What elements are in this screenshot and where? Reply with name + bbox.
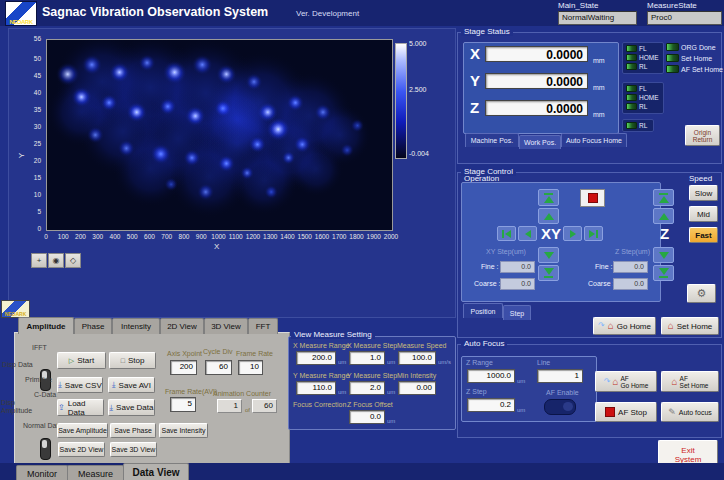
- auto-focus-button[interactable]: ✎ Auto focus: [661, 402, 719, 422]
- tab-fft[interactable]: FFT: [248, 318, 278, 334]
- axis-x-unit: mm: [593, 57, 605, 64]
- measure-state-caption: MeasureState: [647, 1, 697, 10]
- frame-rate-field[interactable]: 10: [238, 360, 263, 375]
- stage-settings-button[interactable]: ⚙: [687, 284, 716, 303]
- x-tick-label: 1400: [280, 233, 294, 240]
- tab-position[interactable]: Position: [463, 303, 503, 318]
- tab-machine-pos[interactable]: Machine Pos.: [465, 133, 519, 147]
- set-home-button[interactable]: ⌂ Set Home: [661, 317, 719, 335]
- tab-auto-focus-home[interactable]: Auto Focus Home: [561, 133, 627, 147]
- save-data-icon: ⤓: [110, 403, 114, 413]
- save-data-button[interactable]: ⤓Save Data: [108, 399, 155, 416]
- save-3d-view-button[interactable]: Save 3D View: [110, 442, 157, 457]
- x-tick-label: 300: [92, 233, 103, 240]
- af-set-home-button[interactable]: ⌂ AF Set Home: [661, 371, 719, 392]
- af-go-home-line2: Go Home: [620, 382, 648, 389]
- right-limit-arrow-icon: [589, 230, 595, 238]
- play-icon: ▷: [69, 357, 74, 365]
- status-led-column: ORG Done Set Home AF Set Home: [666, 43, 723, 73]
- speed-fast-button[interactable]: Fast: [689, 227, 718, 243]
- z-rl-led-label: RL: [639, 103, 647, 110]
- xy-fine-field[interactable]: 0.0: [500, 261, 535, 273]
- tab-amplitude[interactable]: Amplitude: [18, 317, 74, 334]
- start-button[interactable]: ▷Start: [57, 352, 106, 369]
- save-csv-button[interactable]: ⤓Save CSV: [57, 377, 103, 393]
- x-measure-step-caption: X Measure Step: [347, 342, 397, 349]
- single-led-group: RL: [622, 119, 654, 132]
- xy-jog-down-limit-button[interactable]: [538, 265, 559, 281]
- xy-jog-up-limit-button[interactable]: [538, 189, 559, 206]
- af-z-range-field[interactable]: 1000.0: [467, 369, 515, 383]
- x-axis-ticks: 0100200300400500600700800900100011001200…: [46, 231, 391, 241]
- min-intensity-field[interactable]: 0.00: [398, 381, 436, 395]
- save-2d-view-button[interactable]: Save 2D View: [58, 442, 105, 457]
- frame-rate-avi-caption: Frame Rate(AVI): [165, 388, 217, 395]
- tab-measure[interactable]: Measure: [67, 465, 124, 480]
- tab-work-pos[interactable]: Work Pos.: [519, 135, 561, 149]
- jog-stop-button[interactable]: [580, 189, 605, 207]
- xy-jog-left-limit-button[interactable]: [497, 226, 516, 241]
- axis-x-label: X: [470, 45, 480, 62]
- speed-slow-button[interactable]: Slow: [689, 185, 718, 201]
- measure-speed-field[interactable]: 100.0: [398, 351, 436, 365]
- graph-palette: + ◉ ◇: [31, 253, 81, 268]
- y-tick-label: 0: [37, 225, 41, 232]
- xy-jog-right-button[interactable]: [563, 226, 582, 241]
- save-avi-button[interactable]: ⤓Save AVI: [108, 377, 155, 393]
- pan-tool-icon[interactable]: ◇: [65, 253, 81, 268]
- disp-amplitude-toggle[interactable]: [40, 438, 51, 460]
- af-line-field[interactable]: 1: [537, 369, 583, 383]
- z-focus-offset-field[interactable]: 0.0: [349, 410, 385, 424]
- z-jog-down-button[interactable]: [653, 247, 674, 263]
- tab-data-view[interactable]: Data View: [123, 463, 189, 480]
- y-measure-range-field[interactable]: 110.0: [296, 381, 336, 395]
- stop-button[interactable]: □Stop: [109, 352, 156, 369]
- xy-jog-right-limit-button[interactable]: [584, 226, 603, 241]
- crosshair-tool-icon[interactable]: +: [31, 253, 47, 268]
- y-measure-step-field[interactable]: 2.0: [349, 381, 385, 395]
- af-stop-button[interactable]: AF Stop: [595, 402, 657, 422]
- tab-monitor[interactable]: Monitor: [16, 465, 68, 480]
- z-jog-down-limit-button[interactable]: [653, 265, 674, 281]
- zoom-tool-icon[interactable]: ◉: [48, 253, 64, 268]
- speed-mid-button[interactable]: Mid: [689, 206, 718, 222]
- axis-xpoint-field[interactable]: 200: [170, 360, 197, 375]
- xy-jog-up-button[interactable]: [538, 208, 559, 224]
- heatmap-canvas: [47, 40, 392, 230]
- frame-rate-avi-field[interactable]: 5: [170, 397, 196, 412]
- af-home-icon: ⌂: [612, 378, 618, 386]
- af-go-home-button[interactable]: ↷⌂ AF Go Home: [595, 371, 657, 392]
- x-tick-label: 1000: [211, 233, 225, 240]
- x-measure-range-field[interactable]: 200.0: [296, 351, 336, 365]
- rl-led-label: RL: [639, 63, 647, 70]
- tab-intensity[interactable]: Intensity: [112, 318, 160, 334]
- save-csv-label: Save CSV: [65, 381, 102, 390]
- af-line-caption: Line: [537, 359, 550, 366]
- y-tick-label: 56: [34, 35, 41, 42]
- exit-line1: Exit: [681, 446, 694, 455]
- af-go-home-swoosh-icon: ↷: [604, 378, 611, 386]
- af-enable-toggle[interactable]: [544, 399, 576, 415]
- af-z-step-field[interactable]: 0.2: [467, 398, 515, 412]
- xy-jog-down-button[interactable]: [538, 247, 559, 263]
- tab-step[interactable]: Step: [503, 305, 531, 320]
- go-home-button[interactable]: ↷⌂ Go Home: [593, 317, 656, 335]
- rl2-led: [626, 122, 637, 129]
- tab-2d-view[interactable]: 2D View: [160, 318, 204, 334]
- tab-phase[interactable]: Phase: [74, 318, 112, 334]
- z-coarse-field[interactable]: 0.0: [613, 278, 648, 290]
- xy-jog-left-button[interactable]: [518, 226, 537, 241]
- save-intensity-button[interactable]: Save Intensity: [159, 423, 208, 438]
- z-jog-up-limit-button[interactable]: [653, 189, 674, 206]
- save-phase-button[interactable]: Save Phase: [110, 423, 156, 438]
- save-amplitude-button[interactable]: Save Amplitude: [57, 423, 108, 438]
- tab-3d-view[interactable]: 3D View: [204, 318, 248, 334]
- z-down-limit-arrow-icon: [659, 268, 669, 275]
- load-data-button[interactable]: ⇪Load Data: [57, 399, 104, 416]
- z-fine-field[interactable]: 0.0: [613, 261, 648, 273]
- xy-coarse-field[interactable]: 0.0: [500, 278, 535, 290]
- origin-return-button[interactable]: Origin Return: [685, 125, 720, 146]
- x-measure-step-field[interactable]: 1.0: [349, 351, 385, 365]
- cycle-div-field[interactable]: 60: [205, 360, 232, 375]
- z-jog-up-button[interactable]: [653, 208, 674, 224]
